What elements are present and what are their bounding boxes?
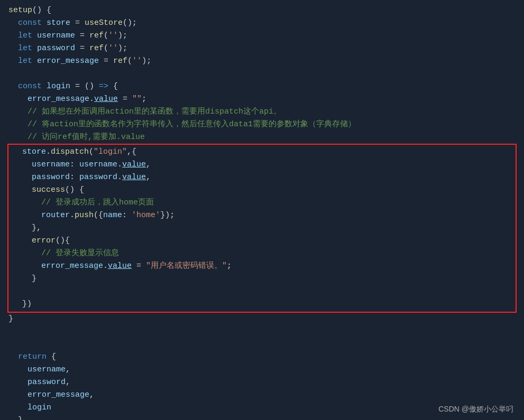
code-line: password,	[0, 376, 524, 389]
code-token: setup	[8, 4, 32, 17]
empty-line	[0, 68, 524, 80]
code-line: error(){	[8, 235, 516, 247]
code-line: },	[8, 222, 516, 235]
code-line: // 如果想在外面调用action里的某函数，需要用dispatch这个api。	[0, 106, 524, 118]
code-line: error_message.value = "用户名或密码错误。";	[8, 260, 516, 273]
code-line: }	[0, 414, 524, 420]
code-line: // 将action里的函数名作为字符串传入，然后任意传入data1需要的参数对…	[0, 118, 524, 131]
empty-line	[0, 325, 524, 338]
empty-line	[0, 338, 524, 351]
code-line: store.dispatch("login",{	[8, 146, 516, 158]
code-line: setup() {	[0, 4, 524, 17]
code-editor: setup() { const store = useStore(); let …	[0, 0, 524, 420]
code-line: router.push({name: 'home'});	[8, 209, 516, 222]
code-line: const store = useStore();	[0, 17, 524, 30]
code-line: // 登录失败显示信息	[8, 247, 516, 260]
code-line: })	[8, 298, 516, 311]
highlighted-code-block: store.dispatch("login",{ username: usern…	[7, 144, 517, 313]
watermark: CSDN @傲娇小公举叼	[438, 403, 513, 415]
code-line: username,	[0, 363, 524, 376]
code-line: username: username.value,	[8, 158, 516, 171]
code-line: let password = ref('');	[0, 42, 524, 55]
code-line: }	[0, 313, 524, 325]
code-line: let username = ref('');	[0, 30, 524, 42]
code-line: const login = () => {	[0, 80, 524, 93]
code-line: error_message.value = "";	[0, 93, 524, 106]
code-line: error_message,	[0, 389, 524, 402]
code-line: let error_message = ref('');	[0, 55, 524, 68]
code-line: // 访问ref值时,需要加.value	[0, 131, 524, 144]
code-line: success() {	[8, 184, 516, 197]
code-line: }	[8, 273, 516, 285]
code-line: // 登录成功后，跳入home页面	[8, 197, 516, 209]
code-line: return {	[0, 351, 524, 363]
code-line: password: password.value,	[8, 171, 516, 184]
empty-line	[8, 285, 516, 298]
